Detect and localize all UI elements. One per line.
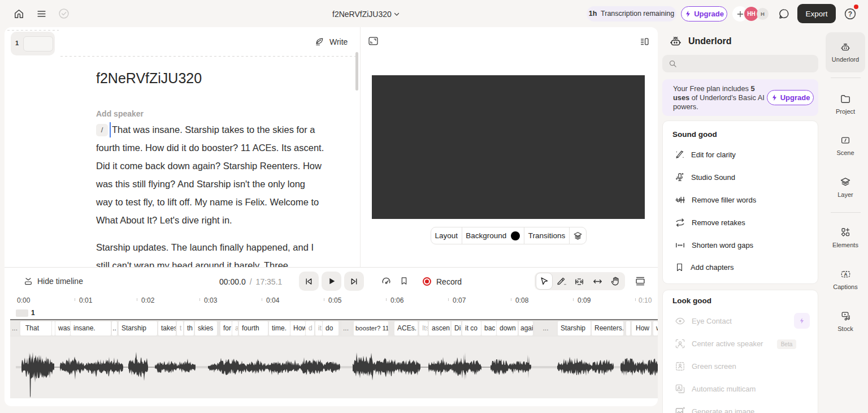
svg-text:?: ?	[848, 10, 852, 18]
svg-text:A: A	[844, 272, 847, 277]
